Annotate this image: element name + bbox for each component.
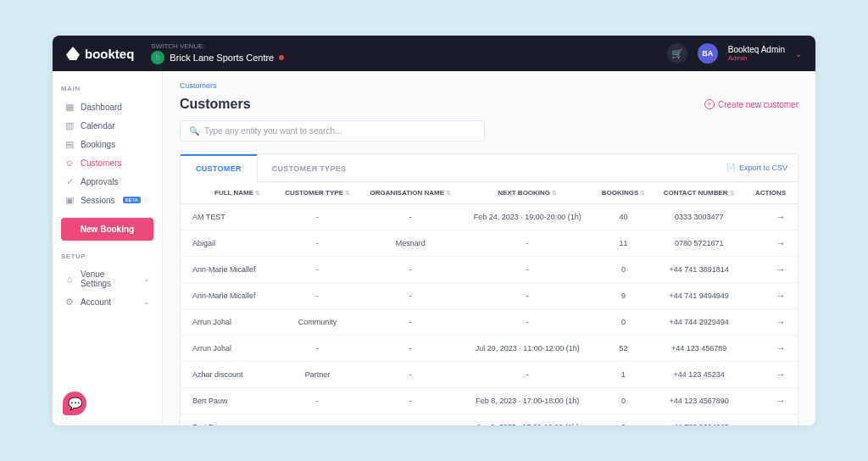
approvals-icon: ✓	[64, 176, 75, 186]
arrow-right-icon[interactable]: →	[776, 421, 786, 425]
cell-next: -	[461, 257, 593, 283]
sidebar-item-calendar[interactable]: ▥Calendar	[61, 116, 153, 135]
search-input-wrapper[interactable]: 🔍	[180, 120, 485, 142]
venue-badge: b	[151, 51, 164, 64]
table-row: Arrun JohalCommunity--0+44 744 2929494→	[181, 309, 798, 336]
cell-type: -	[275, 336, 359, 362]
cell-actions: →	[744, 309, 798, 336]
cell-name: Bert Pauw	[181, 414, 275, 426]
column-header[interactable]: CONTACT NUMBER⇅	[654, 182, 744, 204]
cell-actions: →	[744, 230, 798, 257]
user-role: Admin	[728, 54, 785, 62]
arrow-right-icon[interactable]: →	[776, 237, 786, 249]
table-row: Ann-Marie Micallef---9+44 741 9494949→	[181, 283, 798, 309]
sidebar-item-sessions[interactable]: ▣SessionsBETA	[61, 191, 153, 209]
cell-bookings: 40	[593, 204, 654, 230]
sidebar-item-venue-settings[interactable]: ⌂Venue Settings⌄	[61, 265, 153, 292]
cart-icon[interactable]: 🛒	[667, 43, 687, 64]
cell-next: Feb 24, 2023 · 19:00-20:00 (1h)	[461, 204, 593, 230]
cell-actions: →	[744, 257, 798, 283]
calendar-icon: ▥	[64, 120, 75, 131]
cell-next: Feb 8, 2023 · 17:00-18:00 (1h)	[461, 388, 593, 414]
arrow-right-icon[interactable]: →	[776, 395, 786, 407]
arrow-right-icon[interactable]: →	[776, 290, 786, 302]
column-header[interactable]: NEXT BOOKING⇅	[461, 182, 593, 204]
breadcrumb[interactable]: Customers	[180, 81, 798, 90]
create-customer-button[interactable]: + Create new customer	[704, 99, 798, 109]
logo-icon	[66, 47, 80, 60]
column-header[interactable]: ACTIONS	[744, 182, 798, 204]
user-menu[interactable]: Bookteq Admin Admin	[728, 45, 785, 62]
cell-type: -	[275, 283, 359, 309]
arrow-right-icon[interactable]: →	[776, 342, 786, 354]
export-icon: 📄	[726, 164, 736, 172]
cell-contact: +44 123 4567890	[654, 388, 744, 414]
table-row: Bert Pauw--Feb 8, 2023 · 17:00-18:00 (1h…	[181, 388, 798, 414]
cell-contact: +44 123 45234	[654, 362, 744, 388]
arrow-right-icon[interactable]: →	[776, 264, 786, 275]
cell-contact: +44 788 9014265	[654, 414, 744, 426]
cell-actions: →	[744, 362, 798, 388]
cell-name: Bert Pauw	[181, 388, 275, 414]
cell-contact: +44 123 456789	[654, 336, 744, 362]
bookings-icon: ▤	[64, 139, 75, 149]
brand-logo[interactable]: bookteq	[66, 47, 134, 61]
cell-name: Azhar discount	[181, 362, 275, 388]
customers-card: CUSTOMER CUSTOMER TYPES 📄 Export to CSV …	[180, 153, 798, 425]
cell-next: -	[461, 283, 593, 309]
cell-org: -	[359, 257, 461, 283]
cell-bookings: 52	[593, 336, 654, 362]
cell-name: Arrun Johal	[181, 309, 275, 336]
cell-org: -	[359, 388, 461, 414]
column-header[interactable]: FULL NAME⇅	[181, 182, 275, 204]
new-booking-button[interactable]: New Booking	[61, 218, 153, 241]
sidebar-item-account[interactable]: ⚙Account⌄	[61, 292, 153, 311]
arrow-right-icon[interactable]: →	[776, 316, 786, 328]
cell-type: -	[275, 414, 359, 426]
customers-table: FULL NAME⇅CUSTOMER TYPE⇅ORGANISATION NAM…	[181, 182, 798, 425]
avatar[interactable]: BA	[698, 43, 718, 64]
cell-actions: →	[744, 283, 798, 309]
search-input[interactable]	[204, 126, 476, 136]
table-row: Bert Pauw--Jun 9, 2023 · 17:00-18:00 (1h…	[181, 414, 798, 426]
venue-switcher[interactable]: SWITCH VENUE: b Brick Lane Sports Centre	[151, 42, 284, 64]
account-icon: ⚙	[64, 297, 75, 307]
cell-org: Mesnard	[359, 230, 461, 257]
arrow-right-icon[interactable]: →	[776, 369, 786, 380]
column-header[interactable]: ORGANISATION NAME⇅	[359, 182, 461, 204]
table-row: Arrun Johal--Jul 29, 2023 · 11:00-12:00 …	[181, 336, 798, 362]
sidebar-section-main: MAIN	[61, 85, 153, 92]
cell-bookings: 0	[593, 414, 654, 426]
help-fab[interactable]: 💬	[63, 392, 86, 415]
plus-icon: +	[704, 99, 715, 109]
column-header[interactable]: CUSTOMER TYPE⇅	[275, 182, 359, 204]
venue-settings-icon: ⌂	[64, 274, 75, 284]
column-header[interactable]: BOOKINGS⇅	[593, 182, 654, 204]
tab-customer-types[interactable]: CUSTOMER TYPES	[257, 154, 362, 181]
app-frame: bookteq SWITCH VENUE: b Brick Lane Sport…	[53, 36, 815, 425]
cell-type: -	[275, 388, 359, 414]
page-title: Customers	[180, 97, 251, 112]
sidebar-item-bookings[interactable]: ▤Bookings	[61, 135, 153, 153]
tab-customer[interactable]: CUSTOMER	[181, 154, 257, 181]
cell-contact: +44 741 9494949	[654, 283, 744, 309]
cell-org: -	[359, 362, 461, 388]
cell-name: Ann-Marie Micallef	[181, 283, 275, 309]
customers-icon: ☺	[64, 158, 75, 168]
export-csv-button[interactable]: 📄 Export to CSV	[726, 164, 787, 172]
sidebar-item-approvals[interactable]: ✓Approvals	[61, 172, 153, 191]
sidebar-item-dashboard[interactable]: ▦Dashboard	[61, 97, 153, 116]
cell-bookings: 11	[593, 230, 654, 257]
cell-bookings: 0	[593, 309, 654, 336]
table-row: Abigail-Mesnard-110780 5721671→	[181, 230, 798, 257]
cell-actions: →	[744, 414, 798, 426]
cell-org: -	[359, 414, 461, 426]
main-content: Customers Customers + Create new custome…	[163, 71, 815, 425]
chevron-down-icon[interactable]: ⌄	[795, 49, 802, 58]
table-row: AM TEST--Feb 24, 2023 · 19:00-20:00 (1h)…	[181, 204, 798, 230]
sidebar-item-customers[interactable]: ☺Customers	[61, 153, 153, 172]
cell-bookings: 0	[593, 257, 654, 283]
venue-status-dot	[279, 55, 284, 60]
arrow-right-icon[interactable]: →	[776, 211, 786, 223]
cell-type: Community	[275, 309, 359, 336]
